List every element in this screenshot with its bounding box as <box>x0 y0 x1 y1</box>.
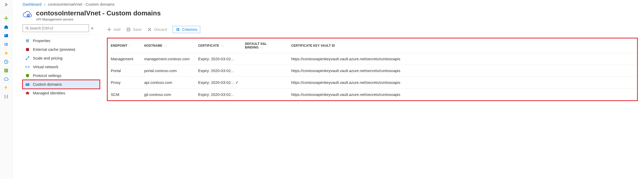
svg-point-21 <box>26 27 28 29</box>
col-hostname[interactable]: HOSTNAME↑↓ <box>141 38 195 53</box>
breadcrumb-current: contosoInternalVnet - Custom domains <box>48 2 114 6</box>
menu-item-label: Scale and pricing <box>33 56 62 60</box>
save-button[interactable]: Save <box>126 27 142 32</box>
svg-rect-5 <box>6 44 8 45</box>
svg-point-20 <box>28 15 29 16</box>
menu-item-scale[interactable]: Scale and pricing <box>23 54 100 63</box>
cell-default-ssl <box>242 76 288 88</box>
sort-icon: ↑↓ <box>260 46 263 49</box>
main-area: Dashboard › contosoInternalVnet - Custom… <box>12 0 644 179</box>
save-button-label: Save <box>133 27 142 32</box>
content-pane: Add Save Discard Columns <box>100 24 644 179</box>
table-row[interactable]: Management management.contoso.com Expiry… <box>108 53 637 65</box>
grid-icon[interactable] <box>4 68 9 73</box>
cell-keyvault: https://contosoapimkeyvault.vault.azure.… <box>288 76 637 88</box>
domains-table: ENDPOINT↑ HOSTNAME↑↓ CERTIFICATE↑↓ DEFAU… <box>108 38 637 100</box>
properties-icon <box>25 38 30 43</box>
svg-rect-42 <box>177 29 179 30</box>
svg-rect-10 <box>6 69 7 70</box>
table-row[interactable]: SCM git.contoso.com Expiry: 2020-03-02..… <box>108 88 637 100</box>
cell-default-ssl <box>242 53 288 65</box>
menu-item-label: Properties <box>33 38 50 43</box>
search-icon <box>25 26 29 30</box>
menu-item-properties[interactable]: Properties <box>23 36 100 45</box>
svg-text:www: www <box>26 83 29 84</box>
menu-item-custom-domains[interactable]: www Custom domains <box>23 80 100 89</box>
cell-endpoint: Proxy <box>108 76 141 88</box>
svg-rect-25 <box>26 40 27 41</box>
scale-icon <box>25 56 30 61</box>
table-row[interactable]: Portal portal.contoso.com Expiry: 2020-0… <box>108 65 637 76</box>
left-rail <box>0 0 12 179</box>
sort-icon: ↑↓ <box>164 44 167 47</box>
svg-point-30 <box>28 67 28 67</box>
menu-item-managed-identities[interactable]: Managed identities <box>23 89 100 97</box>
col-certificate[interactable]: CERTIFICATE↑↓ <box>195 38 242 53</box>
svg-rect-13 <box>6 70 7 71</box>
home-icon[interactable] <box>4 24 9 29</box>
domain-icon: www <box>25 82 30 87</box>
function-icon[interactable] <box>4 85 9 91</box>
svg-rect-37 <box>128 28 129 29</box>
menu-item-vnet[interactable]: Virtual network <box>23 63 100 71</box>
discard-button[interactable]: Discard <box>147 27 167 32</box>
plus-icon <box>107 27 112 32</box>
svg-rect-44 <box>177 30 179 31</box>
cache-icon <box>25 47 30 52</box>
table-row[interactable]: Proxy api.contoso.com Expiry: 2020-03-02… <box>108 76 637 88</box>
menu-item-label: External cache (preview) <box>33 47 75 52</box>
cell-keyvault: https://contosoapimkeyvault.vault.azure.… <box>288 65 637 76</box>
columns-button[interactable]: Columns <box>173 26 200 33</box>
menu-item-external-cache[interactable]: External cache (preview) <box>23 45 100 54</box>
col-keyvault[interactable]: CERTIFICATE KEY VAULT ID <box>288 38 637 53</box>
rail-divider <box>3 11 10 12</box>
svg-rect-22 <box>26 39 27 42</box>
search-input[interactable] <box>29 26 86 31</box>
resource-menu: « Properties External cache (preview) Sc… <box>23 24 100 179</box>
breadcrumb-separator-icon: › <box>44 2 45 6</box>
cell-hostname: portal.contoso.com <box>141 65 195 76</box>
add-button[interactable]: Add <box>107 27 121 32</box>
svg-rect-27 <box>28 40 29 40</box>
menu-search[interactable] <box>23 24 89 32</box>
svg-rect-14 <box>7 70 8 71</box>
svg-rect-35 <box>26 92 29 93</box>
cloud-icon[interactable] <box>4 77 9 82</box>
svg-rect-43 <box>176 30 177 31</box>
cell-hostname: api.contoso.com <box>141 76 195 88</box>
collapse-menu-icon[interactable]: « <box>91 25 94 31</box>
cell-certificate: Expiry: 2020-03-02...✓ <box>195 76 242 88</box>
clock-icon[interactable] <box>4 59 9 64</box>
cell-default-ssl <box>242 88 288 100</box>
table-body: Management management.contoso.com Expiry… <box>108 53 637 100</box>
add-icon[interactable] <box>4 16 9 21</box>
svg-point-2 <box>4 43 5 44</box>
command-bar: Add Save Discard Columns <box>107 24 638 36</box>
col-endpoint[interactable]: ENDPOINT↑ <box>108 38 141 53</box>
svg-rect-23 <box>27 39 28 42</box>
svg-rect-24 <box>28 39 29 42</box>
star-icon[interactable] <box>4 51 9 56</box>
cell-default-ssl <box>242 65 288 76</box>
svg-rect-26 <box>27 41 28 42</box>
breadcrumb-root[interactable]: Dashboard <box>23 2 41 6</box>
dashboard-icon[interactable] <box>4 33 9 38</box>
cell-endpoint: SCM <box>108 88 141 100</box>
menu-item-label: Virtual network <box>33 65 58 69</box>
svg-rect-17 <box>7 71 8 72</box>
identity-icon <box>25 91 30 95</box>
columns-button-label: Columns <box>182 27 197 32</box>
brackets-icon[interactable] <box>4 94 9 99</box>
menu-item-label: Custom domains <box>33 82 62 86</box>
svg-rect-38 <box>127 30 130 31</box>
add-button-label: Add <box>114 27 121 32</box>
discard-button-label: Discard <box>154 27 167 32</box>
list-icon[interactable] <box>4 42 9 47</box>
menu-item-protocol[interactable]: Protocol settings <box>23 71 100 80</box>
expand-rail-icon[interactable] <box>4 2 9 7</box>
svg-rect-9 <box>4 69 5 70</box>
menu-divider <box>23 35 100 35</box>
col-default-ssl[interactable]: DEFAULT SSL BINDING↑↓ <box>242 38 288 53</box>
table-header-row: ENDPOINT↑ HOSTNAME↑↓ CERTIFICATE↑↓ DEFAU… <box>108 38 637 53</box>
cell-certificate: Expiry: 2020-03-02... <box>195 88 242 100</box>
